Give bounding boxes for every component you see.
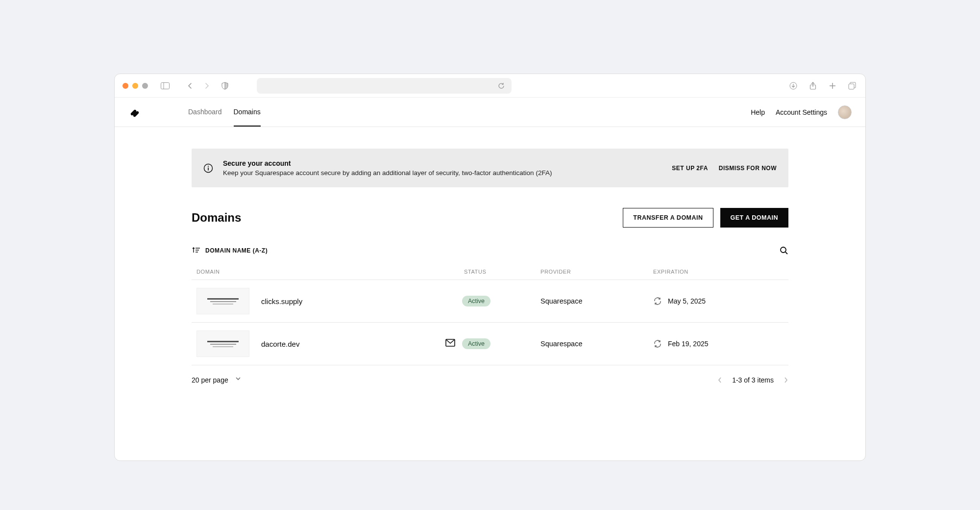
setup-2fa-button[interactable]: SET UP 2FA [672,165,708,172]
svg-point-11 [781,247,786,253]
new-tab-icon[interactable] [827,80,838,91]
th-expiration: EXPIRATION [653,269,788,275]
minimize-window-dot[interactable] [132,83,138,89]
maximize-window-dot[interactable] [142,83,148,89]
auto-renew-icon [653,339,662,348]
pagination-row: 20 per page 1-3 of 3 items [192,376,788,384]
back-icon[interactable] [184,80,195,91]
page-title: Domains [192,211,241,225]
help-link[interactable]: Help [751,108,765,116]
svg-rect-4 [849,84,854,89]
status-badge: Active [462,338,490,349]
tabs-icon[interactable] [847,80,858,91]
per-page-select[interactable]: 20 per page [192,376,242,384]
pagination-count: 1-3 of 3 items [732,376,774,384]
svg-rect-0 [161,82,170,89]
security-banner: Secure your account Keep your Squarespac… [192,149,788,187]
content: Secure your account Keep your Squarespac… [115,127,865,460]
shield-icon[interactable] [220,80,230,91]
browser-window: Dashboard Domains Help Account Settings … [114,74,866,461]
table-row[interactable]: clicks.supplyActiveSquarespaceMay 5, 202… [192,280,788,323]
prev-page-icon[interactable] [717,377,722,383]
next-page-icon[interactable] [784,377,788,383]
app-header: Dashboard Domains Help Account Settings [115,98,865,127]
per-page-label: 20 per page [192,376,228,384]
account-settings-link[interactable]: Account Settings [776,108,827,116]
get-domain-button[interactable]: GET A DOMAIN [720,208,788,228]
sidebar-toggle-icon[interactable] [160,80,171,91]
site-thumbnail [196,288,249,314]
sort-label[interactable]: DOMAIN NAME (A-Z) [205,247,268,254]
mail-icon [445,339,455,349]
table-row[interactable]: dacorte.devActiveSquarespaceFeb 19, 2025 [192,323,788,365]
share-icon[interactable] [808,80,818,91]
search-icon[interactable] [780,246,788,255]
expiration-value: Feb 19, 2025 [668,340,709,348]
provider-value: Squarespace [540,297,653,305]
provider-value: Squarespace [540,340,653,348]
table-header: DOMAIN STATUS PROVIDER EXPIRATION [192,264,788,280]
dismiss-banner-button[interactable]: DISMISS FOR NOW [719,165,777,172]
squarespace-logo-icon[interactable] [128,106,141,119]
th-provider: PROVIDER [540,269,653,275]
transfer-domain-button[interactable]: TRANSFER A DOMAIN [623,208,713,228]
info-icon [203,163,213,173]
main-nav: Dashboard Domains [188,98,261,127]
sort-icon[interactable] [192,246,200,255]
chevron-down-icon [235,377,242,383]
table-body: clicks.supplyActiveSquarespaceMay 5, 202… [192,280,788,365]
browser-chrome [115,74,865,98]
avatar[interactable] [838,105,852,119]
svg-rect-6 [208,167,209,170]
domain-name: dacorte.dev [261,340,299,348]
reload-icon[interactable] [496,80,507,91]
th-status: STATUS [464,269,540,275]
svg-point-7 [208,166,209,167]
close-window-dot[interactable] [122,83,128,89]
auto-renew-icon [653,297,662,306]
download-icon[interactable] [788,80,799,91]
forward-icon[interactable] [202,80,213,91]
nav-dashboard[interactable]: Dashboard [188,98,222,127]
site-thumbnail [196,331,249,357]
expiration-value: May 5, 2025 [668,297,706,305]
th-domain: DOMAIN [192,269,464,275]
svg-line-12 [785,252,787,254]
domain-name: clicks.supply [261,297,302,306]
url-bar[interactable] [257,78,512,94]
traffic-lights [122,83,148,89]
nav-domains[interactable]: Domains [234,98,261,127]
banner-title: Secure your account [223,159,662,167]
status-badge: Active [462,296,490,306]
banner-description: Keep your Squarespace account secure by … [223,169,662,177]
